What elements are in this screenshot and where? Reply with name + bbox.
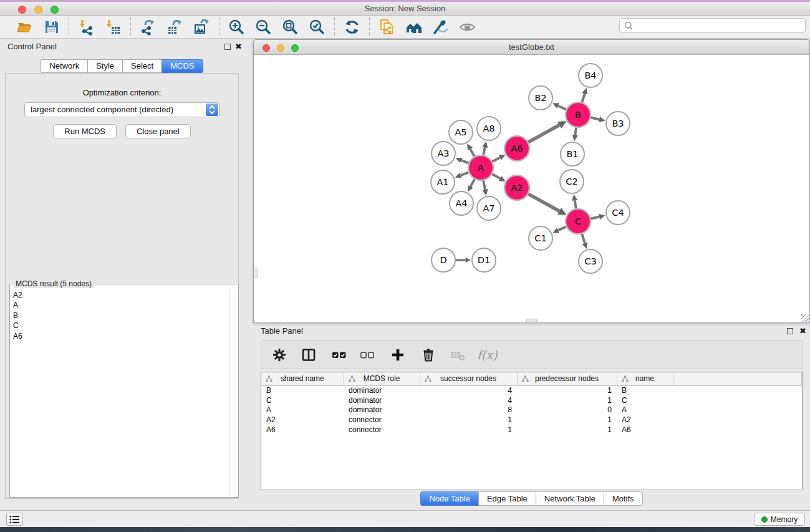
float-panel-icon[interactable]	[224, 44, 231, 50]
table-body[interactable]: Bdominator41BCdominator41CAdominator80AA…	[261, 385, 802, 434]
criterion-select[interactable]: largest connected component (directed)	[24, 102, 219, 117]
table-tab-motifs[interactable]: Motifs	[604, 491, 643, 506]
graph-node-C4[interactable]: C4	[606, 201, 630, 225]
graph-edge-B-B4[interactable]	[582, 94, 585, 104]
delete-column-icon[interactable]	[421, 347, 436, 362]
column-view-icon[interactable]	[301, 347, 316, 362]
tab-network[interactable]: Network	[41, 59, 87, 73]
graph-edge-A-A4[interactable]	[471, 178, 475, 186]
graph-node-C[interactable]: C	[566, 209, 591, 234]
show-hide-style-icon[interactable]	[432, 19, 449, 36]
task-history-button[interactable]	[6, 513, 23, 526]
graph-node-B2[interactable]: B2	[529, 86, 552, 110]
result-item[interactable]: A6	[11, 331, 229, 341]
settings-gear-icon[interactable]	[272, 347, 287, 362]
graph-node-C2[interactable]: C2	[560, 170, 584, 193]
run-mcds-button[interactable]: Run MCDS	[53, 124, 117, 138]
result-item[interactable]: C	[11, 321, 229, 331]
network-close-button[interactable]	[263, 44, 270, 52]
network-graph[interactable]: AA1A2A3A4A5A6A7A8BB1B2B3B4CC1C2C3C4DD1	[254, 55, 809, 322]
import-network-icon[interactable]	[78, 19, 95, 36]
column-header-predecessor-nodes[interactable]: predecessor nodes	[517, 372, 617, 385]
apply-layout-icon[interactable]	[344, 19, 360, 36]
table-tab-node-table[interactable]: Node Table	[420, 491, 478, 506]
show-hide-icon[interactable]	[459, 19, 476, 36]
table-header-row[interactable]: shared nameMCDS rolesuccessor nodesprede…	[261, 372, 802, 385]
export-network-icon[interactable]	[140, 19, 157, 36]
node-table[interactable]: shared nameMCDS rolesuccessor nodesprede…	[261, 372, 803, 490]
result-scrollbar[interactable]	[229, 290, 238, 496]
graph-edge-C-C2[interactable]	[575, 200, 576, 210]
graph-node-A7[interactable]: A7	[477, 196, 501, 220]
unselect-all-columns-icon[interactable]	[360, 347, 375, 362]
graph-node-B4[interactable]: B4	[579, 64, 602, 87]
graph-edge-B-B2[interactable]	[558, 106, 567, 110]
export-image-icon[interactable]	[193, 19, 210, 36]
save-session-icon[interactable]	[43, 19, 60, 36]
graph-edge-B-B3[interactable]	[590, 117, 600, 119]
table-row[interactable]: Cdominator41C	[261, 395, 802, 405]
open-file-icon[interactable]	[16, 19, 33, 36]
column-header-name[interactable]: name	[617, 372, 673, 385]
resize-grip-icon[interactable]	[801, 314, 809, 322]
graph-node-A2[interactable]: A2	[504, 175, 529, 200]
graph-edge-A2-C[interactable]	[528, 193, 559, 211]
float-table-panel-icon[interactable]	[787, 328, 793, 334]
select-all-columns-icon[interactable]	[332, 347, 347, 362]
graph-node-B1[interactable]: B1	[561, 142, 584, 166]
graph-edge-C-C1[interactable]	[558, 226, 567, 231]
graph-edge-A-A5[interactable]	[470, 149, 475, 158]
graph-node-A6[interactable]: A6	[504, 136, 529, 161]
zoom-out-icon[interactable]	[255, 19, 272, 36]
search-input[interactable]	[634, 20, 805, 31]
graph-node-A5[interactable]: A5	[449, 120, 473, 144]
import-table-icon[interactable]	[105, 19, 122, 36]
graph-node-A1[interactable]: A1	[431, 170, 455, 194]
column-header-MCDS-role[interactable]: MCDS role	[344, 372, 420, 385]
graph-node-B[interactable]: B	[566, 102, 591, 127]
memory-button[interactable]: Memory	[754, 513, 805, 526]
graph-edge-A-A6[interactable]	[491, 157, 500, 162]
table-row[interactable]: A6connector11A6	[261, 425, 802, 435]
tab-select[interactable]: Select	[122, 59, 162, 73]
result-item[interactable]: A	[11, 300, 229, 310]
result-item[interactable]: A2	[11, 290, 229, 300]
graph-edge-A6-B[interactable]	[528, 125, 559, 143]
close-panel-icon[interactable]: ✖	[235, 42, 242, 52]
graph-node-A4[interactable]: A4	[450, 191, 473, 215]
first-neighbors-icon[interactable]	[405, 19, 422, 36]
graph-node-C1[interactable]: C1	[529, 226, 552, 250]
zoom-fit-icon[interactable]	[282, 19, 299, 36]
graph-edge-A-A7[interactable]	[483, 180, 485, 190]
tab-style[interactable]: Style	[87, 59, 122, 73]
search-field[interactable]	[619, 18, 806, 33]
table-row[interactable]: A2connector11A2	[261, 415, 802, 425]
graph-node-D[interactable]: D	[432, 248, 455, 272]
table-row[interactable]: Adominator80A	[261, 405, 802, 415]
graph-node-A3[interactable]: A3	[432, 142, 455, 165]
export-table-icon[interactable]	[166, 19, 183, 36]
graph-edge-C-C3[interactable]	[582, 233, 585, 243]
network-zoom-button[interactable]	[291, 44, 299, 52]
graph-edge-A-A1[interactable]	[461, 172, 470, 176]
column-header-successor-nodes[interactable]: successor nodes	[420, 372, 517, 385]
network-canvas[interactable]: AA1A2A3A4A5A6A7A8BB1B2B3B4CC1C2C3C4DD1	[253, 55, 810, 323]
table-tab-edge-table[interactable]: Edge Table	[478, 491, 536, 506]
close-table-panel-icon[interactable]: ✖	[799, 326, 806, 336]
minimize-window-button[interactable]	[34, 6, 42, 14]
column-header-shared-name[interactable]: shared name	[261, 372, 344, 385]
table-row[interactable]: Bdominator41B	[261, 385, 802, 395]
graph-node-C3[interactable]: C3	[579, 249, 602, 273]
tab-mcds[interactable]: MCDS	[162, 59, 203, 73]
graph-node-A[interactable]: A	[468, 155, 493, 180]
zoom-in-icon[interactable]	[228, 19, 245, 36]
zoom-window-button[interactable]	[51, 6, 59, 14]
graph-node-B3[interactable]: B3	[606, 112, 630, 135]
close-window-button[interactable]	[18, 6, 26, 14]
graph-node-D1[interactable]: D1	[472, 248, 496, 272]
close-panel-button[interactable]: Close panel	[125, 124, 191, 138]
zoom-selected-icon[interactable]	[309, 19, 325, 36]
result-item[interactable]: B	[11, 311, 229, 321]
add-column-icon[interactable]	[390, 347, 405, 362]
graph-edge-A-A2[interactable]	[491, 173, 501, 178]
